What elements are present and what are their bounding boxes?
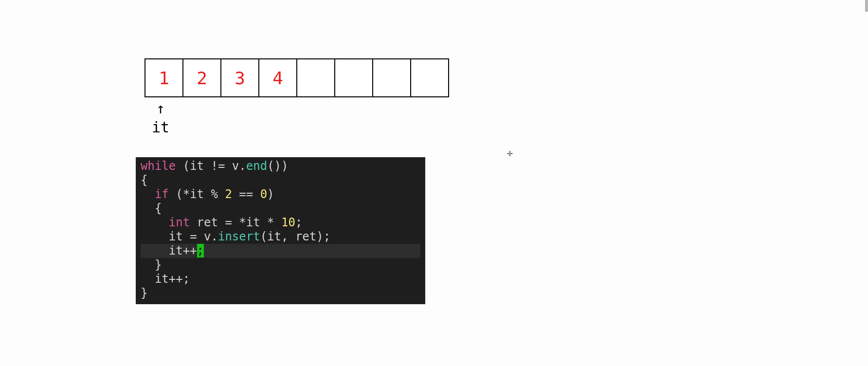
code-indent <box>141 187 155 201</box>
array-diagram: 1 2 3 4 <box>145 58 449 97</box>
code-text: ()) <box>267 159 288 173</box>
code-text: (*it % <box>169 187 225 201</box>
code-text: { <box>141 173 147 187</box>
code-block: while (it != v.end()) { if (*it % 2 == 0… <box>136 157 425 304</box>
fn-end: end <box>246 159 267 173</box>
crosshair-icon: ✛ <box>507 147 513 159</box>
array-cell <box>297 59 335 96</box>
code-text: (it, ret); <box>260 230 331 243</box>
fn-insert: insert <box>218 230 260 243</box>
num-2: 2 <box>225 187 232 201</box>
code-text: it <box>190 159 204 173</box>
array-cell: 4 <box>259 59 297 96</box>
code-text: == <box>232 187 260 201</box>
code-text: it++ <box>169 244 197 257</box>
code-indent <box>141 272 155 286</box>
iterator-pointer: ↑ it <box>152 101 169 136</box>
code-text: ; <box>295 216 302 229</box>
array-cell: 1 <box>145 59 183 96</box>
array-cell <box>373 59 411 96</box>
kw-if: if <box>155 187 169 201</box>
code-text: it = v. <box>169 230 218 243</box>
code-text: ( <box>176 159 190 173</box>
array-cell <box>335 59 373 96</box>
code-indent <box>141 216 169 229</box>
code-text: { <box>155 201 162 215</box>
array-cell: 3 <box>221 59 259 96</box>
pointer-label: it <box>152 119 169 136</box>
kw-while: while <box>141 159 176 173</box>
code-text: it++; <box>155 272 190 286</box>
array-cell <box>411 59 448 96</box>
code-indent <box>141 244 169 257</box>
code-text: ret = *it * <box>190 216 281 229</box>
text-cursor: ; <box>197 244 204 257</box>
arrow-up-icon: ↑ <box>156 101 165 116</box>
highlighted-line: it++; <box>141 244 420 258</box>
scrollbar-thumb[interactable] <box>865 0 868 12</box>
array-cell: 2 <box>183 59 221 96</box>
code-text: ) <box>267 187 274 201</box>
code-text: != v. <box>204 159 246 173</box>
code-indent <box>141 201 155 215</box>
kw-int: int <box>169 216 190 229</box>
code-indent <box>141 258 155 272</box>
code-text: } <box>155 258 162 272</box>
code-indent <box>141 230 169 243</box>
num-0: 0 <box>260 187 267 201</box>
num-10: 10 <box>281 216 295 229</box>
code-text: } <box>141 286 147 300</box>
